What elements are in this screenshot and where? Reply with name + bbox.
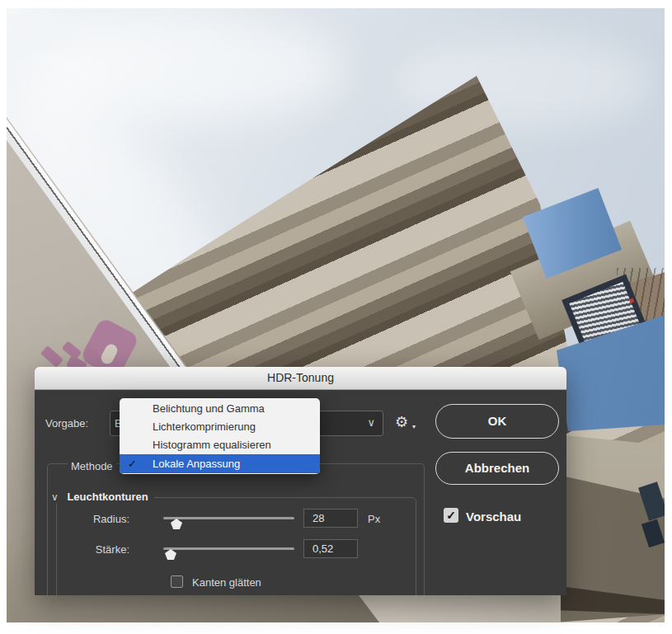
dialog-titlebar[interactable]: HDR-Tonung — [35, 367, 566, 390]
gear-icon[interactable]: ⚙ — [395, 413, 408, 431]
strength-slider-track[interactable] — [163, 547, 294, 550]
radius-value-field[interactable]: 28 — [303, 509, 358, 528]
cancel-button[interactable]: Abbrechen — [435, 452, 559, 485]
gear-caret-icon: ▾ — [412, 423, 416, 430]
preset-label: Vorgabe: — [45, 417, 88, 430]
preview-checkbox[interactable]: ✓ — [444, 508, 458, 523]
menu-item-equalize-histogram[interactable]: Histogramm equalisieren — [120, 436, 320, 454]
smooth-edges-label: Kanten glätten — [192, 576, 261, 589]
strength-value-field[interactable]: 0,52 — [303, 539, 358, 558]
ok-button[interactable]: OK — [435, 404, 559, 439]
menu-item-highlight-compression[interactable]: Lichterkomprimierung — [120, 418, 320, 436]
strength-label: Stärke: — [68, 543, 129, 556]
edge-glow-title: Leuchtkonturen — [67, 491, 148, 503]
chevron-down-icon[interactable]: ∨ — [51, 491, 59, 503]
method-dropdown-menu: Belichtung und Gamma Lichterkomprimierun… — [120, 398, 320, 474]
radius-unit-label: Px — [368, 513, 380, 525]
smooth-edges-checkbox[interactable] — [171, 575, 183, 588]
preview-label: Vorschau — [466, 510, 521, 524]
check-icon: ✓ — [128, 454, 137, 473]
red-detail — [629, 298, 635, 303]
chevron-down-icon: ∨ — [367, 416, 375, 429]
page: HDR-Tonung Vorgabe: B ∨ ⚙ ▾ OK Abbrechen… — [0, 0, 672, 634]
dialog-title: HDR-Tonung — [35, 367, 566, 389]
menu-item-local-adaptation[interactable]: ✓ Lokale Anpassung — [120, 454, 320, 473]
radius-slider-track[interactable] — [163, 517, 294, 519]
edge-glow-legend[interactable]: ∨ Leuchtkonturen — [48, 491, 154, 503]
method-label: Methode — [68, 460, 116, 472]
menu-item-exposure-gamma[interactable]: Belichtung und Gamma — [120, 400, 320, 418]
radius-label: Radius: — [68, 513, 129, 525]
